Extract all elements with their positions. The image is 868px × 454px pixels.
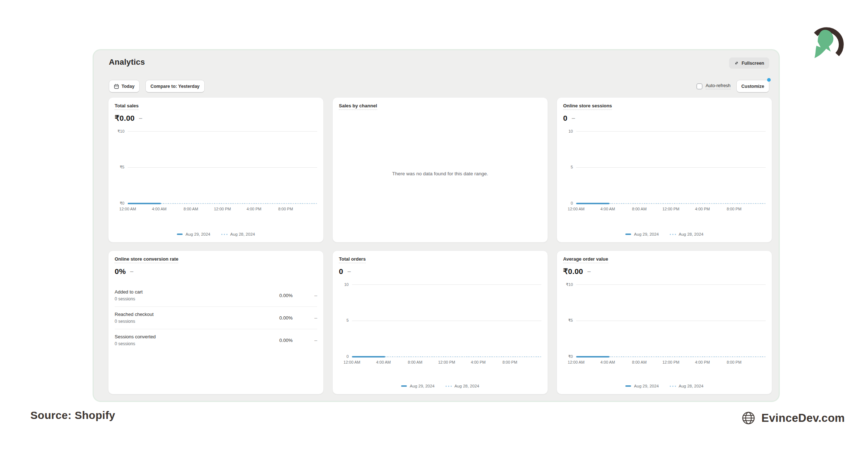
funnel-row-left: Reached checkout 0 sessions <box>115 312 279 324</box>
gridline <box>576 167 766 168</box>
legend-label: Aug 28, 2024 <box>455 384 479 388</box>
fullscreen-button[interactable]: Fullscreen <box>729 57 769 69</box>
panel-header: Analytics Fullscreen <box>109 57 769 69</box>
legend-item-current: Aug 29, 2024 <box>177 232 210 236</box>
legend-item-previous: Aug 28, 2024 <box>670 232 703 236</box>
x-axis-labels: 12:00 AM 4:00 AM 8:00 AM 12:00 PM 4:00 P… <box>128 207 317 212</box>
plot-area: 12:00 AM 4:00 AM 8:00 AM 12:00 PM 4:00 P… <box>576 131 766 204</box>
series-current-line <box>576 203 609 204</box>
funnel-row-reached-checkout: Reached checkout 0 sessions 0.00% – <box>115 307 317 329</box>
gridline <box>576 284 766 285</box>
series-current-line <box>128 203 161 204</box>
y-tick: 0 <box>571 201 573 205</box>
card-sales-by-channel: Sales by channel There was no data found… <box>332 97 548 243</box>
screenshot-stage: Analytics Fullscreen <box>0 0 868 454</box>
legend-dotted-key <box>670 386 676 387</box>
brand-footer: EvinceDev.com <box>741 411 845 425</box>
value-row: 0% – <box>115 267 317 276</box>
customize-button[interactable]: Customize <box>736 80 769 93</box>
line-chart: ₹10 ₹5 ₹0 12:00 AM 4:00 AM 8:00 AM <box>115 131 317 216</box>
y-axis-labels: ₹10 ₹5 ₹0 <box>563 284 576 357</box>
y-axis-labels: ₹10 ₹5 ₹0 <box>115 131 128 204</box>
metric-value: ₹0.00 <box>115 114 135 123</box>
x-tick: 12:00 AM <box>119 207 136 211</box>
x-tick: 8:00 AM <box>183 207 198 211</box>
legend-item-previous: Aug 28, 2024 <box>446 384 479 388</box>
card-online-store-sessions: Online store sessions 0 – 10 5 0 <box>557 97 772 243</box>
x-tick: 8:00 AM <box>632 207 646 211</box>
value-row: 0 – <box>563 114 766 123</box>
legend-dotted-key <box>221 234 227 235</box>
chart-legend: Aug 29, 2024 Aug 28, 2024 <box>563 384 766 389</box>
evincedev-logo <box>808 15 847 67</box>
card-total-sales: Total sales ₹0.00 – ₹10 ₹5 ₹0 <box>108 97 324 243</box>
series-previous-line <box>161 203 317 204</box>
legend-label: Aug 29, 2024 <box>634 384 659 388</box>
calendar-icon <box>114 84 119 89</box>
x-tick: 12:00 AM <box>344 360 360 364</box>
series-current-line <box>576 356 609 357</box>
value-row: 0 – <box>339 267 541 276</box>
fullscreen-label: Fullscreen <box>741 61 764 66</box>
legend-label: Aug 28, 2024 <box>679 232 703 236</box>
funnel-rate: 0.00% <box>279 315 293 321</box>
funnel-label: Reached checkout <box>115 312 279 317</box>
y-tick: ₹5 <box>120 165 124 170</box>
x-tick: 4:00 PM <box>247 207 261 211</box>
card-title-total-sales[interactable]: Total sales <box>115 103 139 110</box>
y-axis-labels: 10 5 0 <box>563 131 576 204</box>
x-tick: 8:00 PM <box>502 360 517 364</box>
x-tick: 8:00 PM <box>727 207 741 211</box>
auto-refresh-label: Auto-refresh <box>706 83 731 89</box>
card-title-sales-by-channel[interactable]: Sales by channel <box>339 103 377 110</box>
auto-refresh-control: Auto-refresh <box>697 83 731 89</box>
source-attribution: Source: Shopify <box>30 409 115 421</box>
x-tick: 12:00 PM <box>214 207 231 211</box>
date-range-button[interactable]: Today <box>109 80 140 93</box>
chart-legend: Aug 29, 2024 Aug 28, 2024 <box>339 384 541 389</box>
page-title: Analytics <box>109 57 145 67</box>
funnel-row-left: Sessions converted 0 sessions <box>115 334 279 346</box>
compare-to-label: Compare to: Yesterday <box>150 84 200 89</box>
series-previous-line <box>385 356 541 357</box>
legend-label: Aug 29, 2024 <box>410 384 434 388</box>
plot-area: 12:00 AM 4:00 AM 8:00 AM 12:00 PM 4:00 P… <box>352 284 541 357</box>
metric-delta: – <box>572 115 575 121</box>
customize-label: Customize <box>741 84 764 89</box>
x-tick: 4:00 AM <box>600 360 615 364</box>
legend-dotted-key <box>670 234 676 235</box>
funnel-delta: – <box>311 292 317 298</box>
gridline <box>352 321 541 321</box>
x-tick: 4:00 PM <box>695 207 710 211</box>
metric-value: ₹0.00 <box>563 267 583 276</box>
series-current-line <box>352 356 385 357</box>
compare-to-button[interactable]: Compare to: Yesterday <box>145 80 205 93</box>
date-range-label: Today <box>122 84 135 89</box>
gridline <box>576 321 766 321</box>
x-tick: 12:00 AM <box>568 207 584 211</box>
y-tick: 10 <box>344 282 349 287</box>
card-title-online-store-sessions[interactable]: Online store sessions <box>563 103 612 110</box>
y-tick: ₹10 <box>118 129 124 134</box>
chart-legend: Aug 29, 2024 Aug 28, 2024 <box>563 232 766 237</box>
x-axis-labels: 12:00 AM 4:00 AM 8:00 AM 12:00 PM 4:00 P… <box>576 360 766 365</box>
y-tick: ₹0 <box>568 354 573 359</box>
card-title-total-orders[interactable]: Total orders <box>339 256 366 263</box>
x-tick: 8:00 AM <box>632 360 646 364</box>
x-tick: 8:00 AM <box>408 360 422 364</box>
y-axis-labels: 10 5 0 <box>339 284 352 357</box>
value-row: ₹0.00 – <box>115 114 317 123</box>
card-title-conversion-rate[interactable]: Online store conversion rate <box>115 256 178 263</box>
series-previous-line <box>609 203 766 204</box>
plot-area: 12:00 AM 4:00 AM 8:00 AM 12:00 PM 4:00 P… <box>576 284 766 357</box>
x-tick: 4:00 PM <box>695 360 710 364</box>
x-axis-labels: 12:00 AM 4:00 AM 8:00 AM 12:00 PM 4:00 P… <box>352 360 541 365</box>
toolbar-right: Auto-refresh Customize <box>697 80 769 93</box>
metric-value: 0% <box>115 267 126 276</box>
auto-refresh-checkbox[interactable] <box>697 83 702 89</box>
legend-item-previous: Aug 28, 2024 <box>670 384 703 388</box>
card-title-average-order-value[interactable]: Average order value <box>563 256 608 263</box>
x-tick: 8:00 PM <box>278 207 293 211</box>
chart-legend: Aug 29, 2024 Aug 28, 2024 <box>115 232 317 237</box>
funnel-rate: 0.00% <box>279 338 293 343</box>
